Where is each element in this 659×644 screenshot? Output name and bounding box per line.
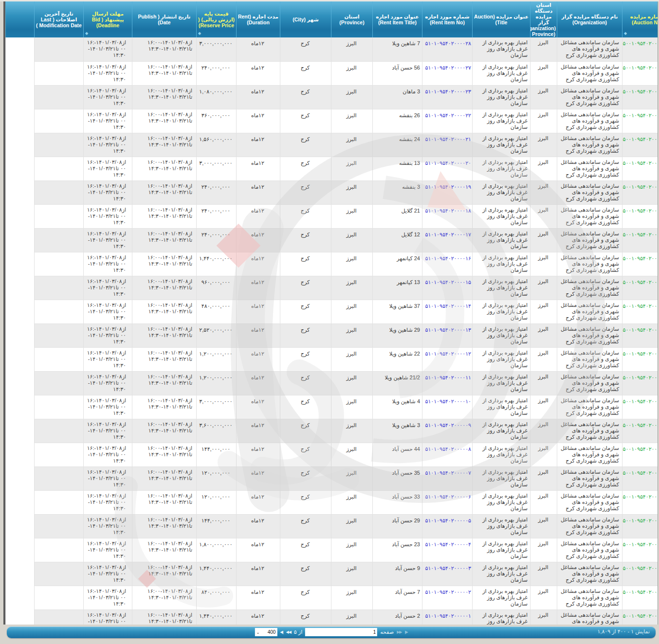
rent-item-link[interactable]: ۵۱۰۱۰۹۵۴۰۲۰۰۰۰۰۲ (425, 589, 471, 595)
cell-blank (6, 443, 35, 466)
cell-item_no: ۵۱۰۱۰۹۵۴۰۲۰۰۰۰۰۲ (422, 586, 473, 609)
cell-price: ۱,۴۴۰,۰۰۰,۰۰۰ (197, 609, 237, 625)
rent-item-link[interactable]: ۵۱۰۱۰۹۵۴۰۲۰۰۰۰۲۰ (425, 160, 471, 166)
table-body: ۴۴۵۰۰۱۰۹۵۴۰۲۰۰۰۰۰۱سازمان ساماندهی مشاغل … (6, 37, 659, 625)
rent-item-link[interactable]: ۵۱۰۱۰۹۵۴۰۲۰۰۰۰۱۸ (425, 208, 471, 214)
cell-price: ۱,۸۰۰,۰۰۰,۰۰۰ (197, 538, 237, 562)
rent-item-link[interactable]: ۵۱۰۱۰۹۵۴۰۲۰۰۰۰۰۶ (425, 494, 471, 500)
table-row: ۶۷۵۰۰۱۰۹۵۴۰۲۰۰۰۰۰۱سازمان ساماندهی مشاغل … (6, 586, 659, 609)
cell-item_title: 4 شاهین ویلا (373, 395, 422, 419)
cell-publish: از۱۴۰۱/۰۳/۰۸-۱۶:۰۰ تا۱۴۰۱/۰۳/۲۱-۱۴:۳۰ (132, 609, 197, 625)
cell-publish: از۱۴۰۱/۰۳/۰۸-۱۶:۰۰ تا۱۴۰۱/۰۳/۲۱-۱۴:۳۰ (132, 180, 197, 204)
cell-org: سازمان ساماندهی مشاغل شهری و فرآورده های… (557, 395, 622, 419)
cell-prov: البرز (331, 419, 373, 443)
page-number-input[interactable] (305, 628, 377, 636)
cell-org_prov: البرز (531, 514, 557, 538)
column-header-label: تاریخ آخرین اصلاحات ( Last Modification … (36, 11, 82, 28)
cell-item_title: 22 شاهین ویلا (373, 347, 422, 371)
cell-city: کرج (280, 562, 331, 586)
cell-lastmod (35, 371, 84, 395)
column-header-label: عنوان مورد اجاره (Rent Item Title) (376, 14, 419, 25)
cell-publish: از۱۴۰۱/۰۳/۰۸-۱۶:۰۰ تا۱۴۰۱/۰۳/۲۱-۱۴:۳۰ (132, 85, 197, 109)
next-page-button[interactable]: ◀◀ (286, 628, 291, 636)
cell-blank (6, 276, 35, 300)
rent-item-link[interactable]: ۵۱۰۱۰۹۵۴۰۲۰۰۰۰۰۸ (425, 446, 471, 452)
cell-prov: البرز (331, 252, 373, 276)
rent-item-link[interactable]: ۵۱۰۱۰۹۵۴۰۲۰۰۰۰۱۳ (425, 327, 471, 333)
cell-prov: البرز (331, 61, 373, 85)
rent-item-link[interactable]: ۵۱۰۱۰۹۵۴۰۲۰۰۰۰۲۳ (425, 89, 471, 94)
cell-prov: البرز (331, 323, 373, 347)
rent-item-link[interactable]: ۵۱۰۱۰۹۵۴۰۲۰۰۰۰۱۶ (425, 255, 471, 261)
prev-page-button[interactable]: ▶▶ (397, 628, 402, 636)
cell-deadline: از۱۴۰۱/۰۳/۰۸-۱۶:۰۰ تا۱۴۰۱/۰۳/۲۱-۱۴:۳۰ (84, 109, 132, 133)
rent-item-link[interactable]: ۵۱۰۱۰۹۵۴۰۲۰۰۰۰۲۱ (425, 136, 471, 142)
cell-city: کرج (280, 323, 331, 347)
cell-deadline: از۱۴۰۱/۰۳/۰۸-۱۶:۰۰ تا۱۴۰۱/۰۳/۲۱-۱۴:۳۰ (84, 180, 132, 204)
rent-item-link[interactable]: ۵۱۰۱۰۹۵۴۰۲۰۰۰۰۲۷ (425, 65, 471, 71)
column-header-publish: تاریخ انتشار ( Publish Date) (132, 1, 197, 37)
cell-price: ۴۸۰,۰۰۰,۰۰۰ (197, 300, 237, 323)
cell-title: امتیاز بهره برداری از غرف بازارهای روز س… (473, 61, 531, 85)
rent-item-link[interactable]: ۵۱۰۱۰۹۵۴۰۲۰۰۰۰۱۲ (425, 351, 471, 357)
rent-item-link[interactable]: ۵۱۰۱۰۹۵۴۰۲۰۰۰۰۱۴ (425, 303, 471, 309)
cell-org: سازمان ساماندهی مشاغل شهری و فرآورده های… (557, 586, 622, 609)
cell-item_no: ۵۱۰۱۰۹۵۴۰۲۰۰۰۰۰۹ (422, 419, 473, 443)
cell-city: کرج (280, 204, 331, 228)
page-size-select[interactable]: 400 ⌄ (255, 628, 277, 636)
cell-lastmod (35, 347, 84, 371)
cell-publish: از۱۴۰۱/۰۳/۰۸-۱۶:۰۰ تا۱۴۰۱/۰۳/۲۱-۱۴:۳۰ (132, 323, 197, 347)
rent-item-link[interactable]: ۵۱۰۱۰۹۵۴۰۲۰۰۰۰۲۲ (425, 112, 471, 118)
cell-title: امتیاز بهره برداری از غرف بازارهای روز س… (473, 180, 531, 204)
last-page-button[interactable]: |◀ (280, 628, 283, 636)
rent-item-link[interactable]: ۵۱۰۱۰۹۵۴۰۲۰۰۰۰۱۷ (425, 232, 471, 237)
cell-auction_no: ۵۰۰۱۰۹۵۴۰۲۰۰۰۰۰۱ (622, 180, 659, 204)
first-page-button[interactable]: ▶| (404, 628, 407, 636)
rent-item-link[interactable]: ۵۱۰۱۰۹۵۴۰۲۰۰۰۰۰۷ (425, 470, 471, 476)
cell-publish: از۱۴۰۱/۰۳/۰۸-۱۶:۰۰ تا۱۴۰۱/۰۳/۲۱-۱۴:۳۰ (132, 395, 197, 419)
table-header-row: ردیفشماره مزایده (Auction No)◆نام دستگاه… (6, 1, 659, 37)
rent-item-link[interactable]: ۵۱۰۱۰۹۵۴۰۲۰۰۰۰۰۴ (425, 541, 471, 547)
cell-lastmod (35, 252, 84, 276)
cell-lastmod (35, 37, 84, 61)
rent-item-link[interactable]: ۵۱۰۱۰۹۵۴۰۲۰۰۰۰۱۰ (425, 398, 471, 404)
column-header-auction_no[interactable]: شماره مزایده (Auction No)◆ (622, 1, 659, 37)
rent-item-link[interactable]: ۵۱۰۱۰۹۵۴۰۲۰۰۰۰۱۹ (425, 184, 471, 190)
column-header-label: مهلت ارسال پیشنهاد ( Bid Deadline) (92, 11, 124, 28)
rent-item-link[interactable]: ۵۱۰۱۰۹۵۴۰۲۰۰۰۰۰۹ (425, 422, 471, 428)
cell-org_prov: البرز (531, 562, 557, 586)
cell-blank (6, 490, 35, 514)
cell-blank (6, 133, 35, 157)
column-header-label: عنوان مزایده (Auction Title) (474, 14, 529, 25)
cell-price: ۱۲۰,۰۰۰,۰۰۰ (197, 490, 237, 514)
column-header-price[interactable]: قیمت پایه (ارزش ریالی) ( Reserve Price)◆ (197, 1, 237, 37)
table-row: ۴۶۵۰۰۱۰۹۵۴۰۲۰۰۰۰۰۱سازمان ساماندهی مشاغل … (6, 85, 659, 109)
column-header-label: نام دستگاه مزایده گزار (Organization) (562, 14, 618, 25)
table-row: ۴۸۵۰۰۱۰۹۵۴۰۲۰۰۰۰۰۱سازمان ساماندهی مشاغل … (6, 133, 659, 157)
column-header-org: نام دستگاه مزایده گزار (Organization) (557, 1, 622, 37)
cell-title: امتیاز بهره برداری از غرف بازارهای روز س… (473, 157, 531, 180)
cell-publish: از۱۴۰۱/۰۳/۰۸-۱۶:۰۰ تا۱۴۰۱/۰۳/۲۱-۱۴:۳۰ (132, 157, 197, 180)
rent-item-link[interactable]: ۵۱۰۱۰۹۵۴۰۲۰۰۰۰۱۵ (425, 279, 471, 285)
cell-blank (6, 538, 35, 562)
cell-dur: ۱۲ماه (237, 347, 280, 371)
cell-item_no: ۵۱۰۱۰۹۵۴۰۲۰۰۰۰۱۰ (422, 395, 473, 419)
cell-prov: البرز (331, 586, 373, 609)
rent-item-link[interactable]: ۵۱۰۱۰۹۵۴۰۲۰۰۰۰۰۱ (425, 613, 471, 619)
column-header-deadline[interactable]: مهلت ارسال پیشنهاد ( Bid Deadline)◆ (84, 1, 132, 37)
cell-item_no: ۵۱۰۱۰۹۵۴۰۲۰۰۰۰۱۲ (422, 347, 473, 371)
cell-prov: البرز (331, 562, 373, 586)
cell-auction_no: ۵۰۰۱۰۹۵۴۰۲۰۰۰۰۰۱ (622, 85, 659, 109)
cell-publish: از۱۴۰۱/۰۳/۰۸-۱۶:۰۰ تا۱۴۰۱/۰۳/۲۱-۱۴:۳۰ (132, 466, 197, 490)
rent-item-link[interactable]: ۵۱۰۱۰۹۵۴۰۲۰۰۰۰۰۳ (425, 565, 471, 571)
rent-item-link[interactable]: ۵۱۰۱۰۹۵۴۰۲۰۰۰۰۰۵ (425, 518, 471, 523)
rent-item-link[interactable]: ۵۱۰۱۰۹۵۴۰۲۰۰۰۰۲۸ (425, 40, 471, 46)
cell-city: کرج (280, 490, 331, 514)
cell-blank (6, 157, 35, 180)
cell-item_title: 3 شاهین ویلا (373, 419, 422, 443)
cell-deadline: از۱۴۰۱/۰۳/۰۸-۱۶:۰۰ تا۱۴۰۱/۰۳/۲۱-۱۴:۳۰ (84, 538, 132, 562)
cell-deadline: از۱۴۰۱/۰۳/۰۸-۱۶:۰۰ تا۱۴۰۱/۰۳/۲۱-۱۴:۳۰ (84, 490, 132, 514)
rent-item-link[interactable]: ۵۱۰۱۰۹۵۴۰۲۰۰۰۰۱۱ (425, 375, 471, 380)
cell-title: امتیاز بهره برداری از غرف بازارهای روز س… (473, 37, 531, 61)
cell-title: امتیاز بهره برداری از غرف بازارهای روز س… (473, 276, 531, 300)
